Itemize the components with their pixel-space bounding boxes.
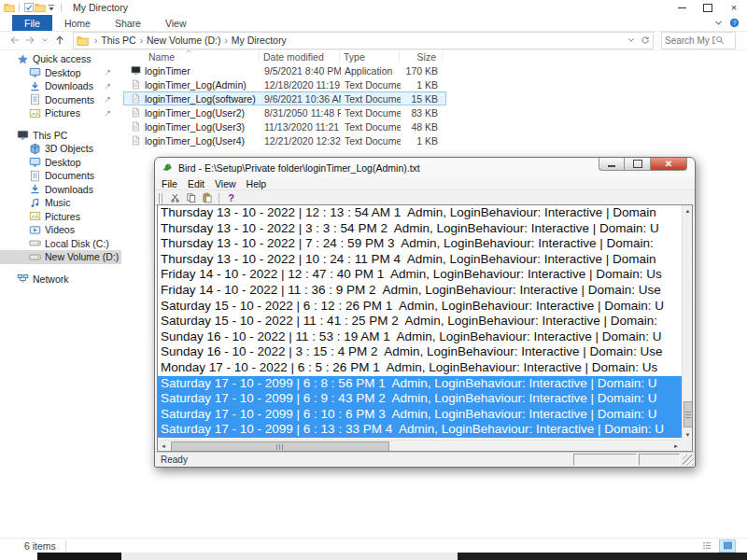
- thumbnail-view-button[interactable]: [719, 539, 736, 553]
- scroll-up-arrow[interactable]: ▲: [683, 205, 693, 216]
- file-row-logintimer-log-user4[interactable]: loginTimer_Log(User4)12/21/2020 12:32 AM…: [123, 133, 446, 147]
- search-input[interactable]: [665, 35, 715, 46]
- log-line[interactable]: Saturday 15 - 10 - 2022 | 11 : 41 : 25 P…: [158, 314, 682, 329]
- about-button[interactable]: ?: [223, 191, 239, 204]
- log-line[interactable]: Thursday 13 - 10 - 2022 | 3 : 3 : 54 PM …: [158, 221, 682, 237]
- sidebar-item-pictures[interactable]: Pictures: [0, 210, 121, 224]
- log-line[interactable]: Thursday 13 - 10 - 2022 | 12 : 13 : 54 A…: [158, 205, 682, 221]
- sidebar-item-documents[interactable]: Documents: [0, 169, 121, 183]
- close-button[interactable]: ×: [721, 0, 747, 15]
- log-line[interactable]: Saturday 17 - 10 - 2099 | 6 : 13 : 33 PM…: [158, 422, 682, 438]
- column-header-size[interactable]: Size: [400, 50, 443, 63]
- log-line[interactable]: Thursday 13 - 10 - 2022 | 10 : 24 : 11 P…: [158, 252, 682, 268]
- application-icon: [131, 65, 141, 76]
- log-line[interactable]: Sunday 16 - 10 - 2022 | 11 : 53 : 19 AM …: [158, 329, 682, 345]
- refresh-icon[interactable]: [641, 35, 650, 45]
- resize-grip[interactable]: [683, 455, 694, 466]
- sidebar-item-downloads[interactable]: Downloads: [0, 79, 121, 93]
- breadcrumb-separator: ›: [224, 35, 227, 46]
- download-icon: [29, 80, 41, 92]
- log-line[interactable]: Thursday 13 - 10 - 2022 | 7 : 24 : 59 PM…: [158, 236, 682, 252]
- details-view-button[interactable]: [698, 539, 715, 553]
- tab-share[interactable]: Share: [103, 15, 153, 31]
- paste-button[interactable]: [199, 191, 215, 204]
- column-header-type[interactable]: Type: [340, 50, 400, 63]
- file-row-logintimer-log-admin[interactable]: loginTimer_Log(Admin)12/18/2020 11:19 PM…: [123, 77, 446, 91]
- text-area[interactable]: Thursday 13 - 10 - 2022 | 12 : 13 : 54 A…: [158, 205, 682, 440]
- sidebar-item-this-pc[interactable]: This PC: [0, 129, 121, 143]
- column-header-date-modified[interactable]: Date modified: [260, 50, 340, 63]
- editor-close-button[interactable]: ✕: [650, 158, 687, 171]
- menu-edit[interactable]: Edit: [188, 178, 204, 189]
- log-line[interactable]: Monday 17 - 10 - 2022 | 6 : 5 : 26 PM 1 …: [158, 360, 682, 376]
- address-dropdown-icon[interactable]: [627, 35, 636, 45]
- horizontal-scroll-thumb[interactable]: [171, 441, 389, 452]
- qat-new-folder-button[interactable]: [35, 2, 46, 13]
- breadcrumb-item-this-pc[interactable]: This PC: [101, 35, 135, 46]
- forward-button[interactable]: [22, 33, 37, 48]
- scroll-right-arrow[interactable]: ►: [670, 441, 682, 451]
- breadcrumb-item-my-directory[interactable]: My Directory: [232, 35, 287, 46]
- sidebar-item-quick-access[interactable]: Quick access: [0, 52, 121, 66]
- copy-button[interactable]: [183, 191, 199, 204]
- qat-customize-button[interactable]: [46, 2, 57, 13]
- sidebar-item-3d-objects[interactable]: 3D Objects: [0, 142, 121, 156]
- sidebar-item-videos[interactable]: Videos: [0, 223, 121, 237]
- file-row-logintimer[interactable]: loginTimer9/5/2021 8:40 PMApplication170…: [123, 63, 446, 77]
- editor-minimize-button[interactable]: [599, 158, 625, 171]
- cut-button[interactable]: [167, 191, 183, 204]
- vertical-scroll-thumb[interactable]: [684, 401, 693, 427]
- log-line[interactable]: Friday 14 - 10 - 2022 | 11 : 36 : 9 PM 2…: [158, 283, 682, 299]
- sidebar-item-local-disk-c[interactable]: Local Disk (C:): [0, 237, 121, 251]
- statusbar-separator: [65, 540, 66, 551]
- file-row-logintimer-log-user3[interactable]: loginTimer_Log(User3)11/13/2020 11:21 AM…: [123, 119, 446, 133]
- scrollbar-corner: [682, 440, 692, 451]
- minimize-button[interactable]: [669, 0, 695, 15]
- log-line[interactable]: Saturday 17 - 10 - 2099 | 6 : 9 : 43 PM …: [158, 391, 682, 407]
- log-line[interactable]: Saturday 17 - 10 - 2099 | 6 : 10 : 6 PM …: [158, 407, 682, 423]
- statusbar-pane: [639, 454, 680, 466]
- log-line[interactable]: Saturday 17 - 10 - 2099 | 6 : 8 : 56 PM …: [158, 376, 682, 392]
- ribbon-expand-icon[interactable]: [713, 18, 724, 28]
- scroll-left-arrow[interactable]: ◄: [158, 441, 169, 451]
- cube-icon: [29, 143, 41, 155]
- log-line[interactable]: Friday 14 - 10 - 2022 | 12 : 47 : 40 PM …: [158, 267, 682, 283]
- editor-titlebar[interactable]: Bird - E:\Setup\Private folder\loginTime…: [155, 158, 695, 177]
- file-date-modified: 11/13/2020 11:21 AM: [261, 121, 341, 133]
- scroll-down-arrow[interactable]: ▼: [683, 429, 693, 440]
- vertical-scrollbar[interactable]: ▲ ▼: [682, 205, 692, 440]
- menu-help[interactable]: Help: [247, 178, 267, 189]
- file-date-modified: 12/21/2020 12:32 AM: [261, 135, 341, 147]
- ribbon-tab-bar: FileHomeShareView ?: [0, 15, 747, 32]
- sidebar-item-new-volume-d[interactable]: New Volume (D:): [0, 250, 121, 264]
- file-row-logintimer-log-user2[interactable]: loginTimer_Log(User2)8/31/2050 11:48 PMT…: [123, 105, 446, 119]
- search-box[interactable]: [661, 32, 736, 49]
- sidebar-item-desktop[interactable]: Desktop: [0, 66, 121, 80]
- text-document-icon: [131, 107, 141, 118]
- tab-file[interactable]: File: [12, 15, 52, 31]
- address-bar[interactable]: ›This PC›New Volume (D:)›My Directory: [73, 32, 654, 49]
- up-button[interactable]: [52, 33, 67, 48]
- log-line[interactable]: Sunday 16 - 10 - 2022 | 3 : 15 : 4 PM 2 …: [158, 344, 682, 360]
- sidebar-item-pictures[interactable]: Pictures: [0, 106, 121, 120]
- qat-properties-button[interactable]: [23, 2, 35, 13]
- editor-maximize-button[interactable]: [625, 158, 650, 171]
- breadcrumb-item-new-volume-d[interactable]: New Volume (D:): [147, 35, 220, 46]
- file-row-logintimer-log-software[interactable]: loginTimer_Log(software)9/6/2021 10:36 A…: [123, 91, 446, 105]
- sidebar-item-desktop[interactable]: Desktop: [0, 156, 121, 170]
- log-line[interactable]: Saturday 15 - 10 - 2022 | 6 : 12 : 26 PM…: [158, 299, 682, 315]
- file-type: Text Document: [341, 79, 401, 91]
- sidebar-item-network[interactable]: Network: [0, 273, 121, 287]
- menu-view[interactable]: View: [215, 178, 236, 189]
- tab-home[interactable]: Home: [52, 15, 103, 31]
- horizontal-scrollbar[interactable]: ◄ ►: [158, 440, 682, 451]
- sidebar-item-documents[interactable]: Documents: [0, 93, 121, 107]
- sidebar-item-downloads[interactable]: Downloads: [0, 183, 121, 197]
- menu-file[interactable]: File: [162, 178, 177, 189]
- maximize-button[interactable]: [695, 0, 721, 15]
- sidebar-item-music[interactable]: Music: [0, 196, 121, 210]
- tab-view[interactable]: View: [153, 15, 199, 31]
- help-icon[interactable]: ?: [729, 18, 740, 28]
- back-button[interactable]: [7, 33, 22, 48]
- recent-locations-button[interactable]: [37, 33, 52, 48]
